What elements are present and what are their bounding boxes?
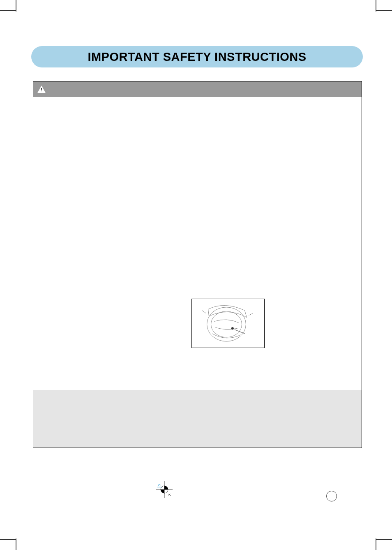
svg-text:K: K [168,493,171,497]
product-diagram [191,299,265,348]
crop-mark [0,539,16,540]
footer-section [33,390,362,448]
svg-line-2 [235,330,245,334]
registration-mark: C K [156,481,173,498]
crop-mark [16,0,16,12]
warning-icon [37,86,46,93]
svg-point-1 [211,311,242,337]
page-number-circle [326,491,337,501]
crop-mark [0,10,16,11]
crop-mark [376,0,376,12]
svg-point-3 [231,327,234,330]
crop-mark [376,10,392,11]
page-title: IMPORTANT SAFETY INSTRUCTIONS [88,50,306,64]
svg-text:C: C [158,483,161,487]
content-box [33,81,362,448]
appliance-illustration [192,299,264,348]
crop-mark [376,539,392,540]
svg-point-0 [207,307,246,341]
warning-bar [33,81,362,97]
crop-mark [16,538,16,550]
main-content-area [33,97,362,391]
title-bar: IMPORTANT SAFETY INSTRUCTIONS [31,46,363,67]
crop-mark [376,538,376,550]
